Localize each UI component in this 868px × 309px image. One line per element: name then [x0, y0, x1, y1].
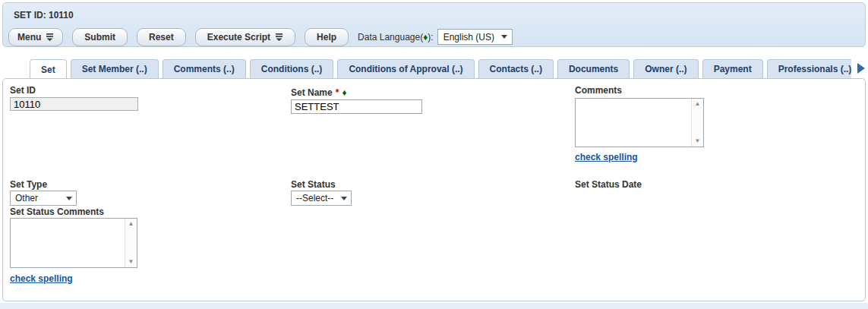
tab-conditions-of-approval[interactable]: Conditions of Approval (..) [337, 59, 474, 78]
tab-owner[interactable]: Owner (..) [633, 59, 698, 78]
menu-button[interactable]: Menu [8, 28, 63, 46]
tab-set[interactable]: Set [30, 59, 67, 78]
reset-button[interactable]: Reset [137, 28, 186, 46]
tab-professionals[interactable]: Professionals (..) [767, 59, 851, 78]
tab-scroll-right-icon[interactable] [857, 63, 865, 74]
tab-documents[interactable]: Documents [557, 59, 630, 78]
data-language-wrap: Data Language(♦): English (US) [358, 29, 513, 45]
set-status-comments-textarea[interactable]: ▲ ▼ [10, 218, 137, 268]
language-select[interactable]: English (US) [437, 29, 513, 45]
scrollbar-down-icon[interactable]: ▼ [695, 138, 701, 144]
check-spelling-link[interactable]: check spelling [10, 273, 73, 284]
tab-strip: Set Set Member (..) Comments (..) Condit… [30, 59, 851, 78]
scrollbar-up-icon[interactable]: ▲ [128, 221, 134, 227]
set-name-input[interactable] [291, 99, 422, 114]
set-type-label: Set Type [10, 179, 47, 190]
comments-textarea[interactable]: ▲ ▼ [575, 98, 704, 147]
chevron-down-icon [501, 35, 507, 39]
set-status-date-label: Set Status Date [575, 179, 642, 190]
chevron-down-icon [341, 197, 347, 200]
bottom-strip [0, 303, 868, 309]
execute-script-button[interactable]: Execute Script [195, 28, 295, 46]
tab-comments[interactable]: Comments (..) [163, 59, 246, 78]
tab-payment[interactable]: Payment [702, 59, 763, 78]
set-id-label: Set ID [10, 85, 36, 96]
tab-contacts[interactable]: Contacts (..) [478, 59, 554, 78]
required-diamond-icon: ♦ [342, 87, 346, 98]
header-panel: SET ID: 10110 Menu Submit Reset Execute … [2, 2, 866, 47]
scrollbar[interactable]: ▲ ▼ [691, 99, 703, 147]
set-id-input[interactable] [10, 97, 138, 111]
set-type-select[interactable]: Other [10, 191, 77, 206]
dropdown-icon [46, 33, 54, 41]
comments-label: Comments [575, 85, 622, 96]
scrollbar-down-icon[interactable]: ▼ [128, 259, 134, 265]
toolbar: Menu Submit Reset Execute Script Help [8, 27, 513, 46]
set-status-label: Set Status [291, 179, 336, 190]
tab-conditions[interactable]: Conditions (..) [250, 59, 334, 78]
required-asterisk: * [336, 87, 339, 98]
set-status-comments-label: Set Status Comments [10, 207, 104, 217]
set-status-select[interactable]: --Select-- [291, 191, 352, 206]
check-spelling-link[interactable]: check spelling [575, 152, 638, 162]
scrollbar[interactable]: ▲ ▼ [125, 219, 137, 267]
page-title: SET ID: 10110 [14, 10, 74, 20]
page: SET ID: 10110 Menu Submit Reset Execute … [0, 0, 868, 309]
dropdown-icon [275, 33, 283, 41]
help-button[interactable]: Help [305, 28, 349, 46]
set-name-label: Set Name*♦ [291, 87, 347, 98]
submit-button[interactable]: Submit [72, 28, 128, 46]
data-language-label: Data Language(♦): [358, 32, 434, 43]
scrollbar-up-icon[interactable]: ▲ [695, 101, 701, 107]
tab-set-member[interactable]: Set Member (..) [71, 59, 159, 78]
chevron-down-icon [66, 197, 72, 200]
